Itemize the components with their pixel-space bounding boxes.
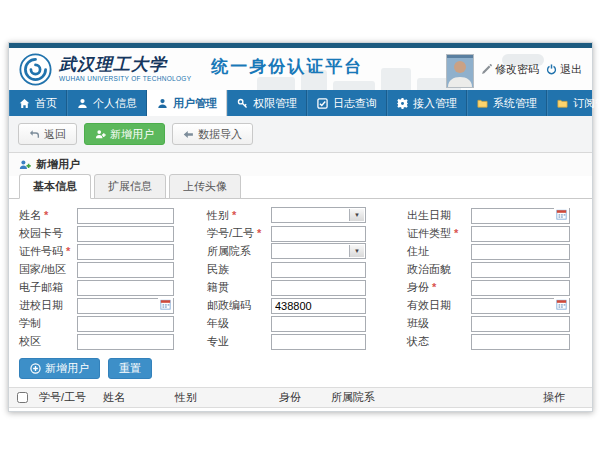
table-header-gender: 性别 — [171, 390, 275, 405]
form-row: 国家/地区民族政治面貌 — [9, 260, 592, 278]
id-type-input[interactable] — [471, 226, 570, 242]
log-icon — [317, 98, 328, 109]
back-icon — [29, 129, 40, 140]
logout-link[interactable]: 退出 — [546, 62, 582, 77]
field-label-country-region: 国家/地区 — [19, 262, 77, 277]
main-nav: 首页个人信息用户管理权限管理日志查询接入管理系统管理订阅管理 — [9, 90, 592, 116]
header-right: 修改密码 退出 — [446, 51, 582, 88]
dropdown-arrow-icon[interactable]: ▼ — [349, 209, 364, 221]
id-number-input[interactable] — [77, 244, 174, 260]
form-field-major: 专业 — [207, 332, 407, 350]
form-field-valid-date: 有效日期 — [407, 296, 587, 314]
form-row: 校园卡号学号/工号*证件类型* — [9, 224, 592, 242]
user-avatar[interactable] — [446, 54, 474, 88]
tab-extended-info[interactable]: 扩展信息 — [94, 174, 166, 199]
country-region-input[interactable] — [77, 262, 174, 278]
field-label-name: 姓名* — [19, 208, 77, 223]
form-field-ethnicity: 民族 — [207, 260, 407, 278]
field-label-gender: 性别* — [207, 208, 271, 223]
campus-input[interactable] — [77, 334, 174, 350]
nav-item-label: 日志查询 — [333, 96, 377, 111]
major-input[interactable] — [271, 334, 366, 350]
campus-card-number-input[interactable] — [77, 226, 174, 242]
form-field-birth-date: 出生日期 — [407, 206, 587, 224]
table-header-identity: 身份 — [275, 390, 327, 405]
field-label-address: 住址 — [407, 244, 471, 259]
nav-item-subscription-management[interactable]: 订阅管理 — [547, 90, 600, 116]
table-header-name: 姓名 — [99, 390, 171, 405]
nav-item-system-management[interactable]: 系统管理 — [467, 90, 547, 116]
add-user-icon — [95, 129, 106, 140]
tab-upload-avatar[interactable]: 上传头像 — [169, 174, 241, 199]
political-status-input[interactable] — [471, 262, 570, 278]
change-password-label: 修改密码 — [495, 62, 539, 77]
form-field-admission-date: 进校日期 — [19, 296, 207, 314]
postal-code-input[interactable] — [271, 298, 366, 314]
grade-input[interactable] — [271, 316, 366, 332]
folder-icon — [477, 98, 488, 109]
change-password-link[interactable]: 修改密码 — [481, 62, 539, 77]
field-label-class: 班级 — [407, 316, 471, 331]
calendar-icon[interactable] — [554, 207, 569, 221]
university-logo — [19, 53, 52, 86]
power-icon — [546, 64, 557, 75]
nav-item-label: 权限管理 — [253, 96, 297, 111]
table-empty-body — [9, 408, 592, 411]
add-user-toolbar-label: 新增用户 — [110, 129, 154, 140]
department-select[interactable]: ▼ — [271, 243, 366, 259]
gender-select[interactable]: ▼ — [271, 207, 366, 223]
tab-bar: 基本信息扩展信息上传头像 — [9, 176, 592, 199]
nav-item-profile[interactable]: 个人信息 — [67, 90, 147, 116]
form-actions: 新增用户 重置 — [9, 351, 592, 387]
address-input[interactable] — [471, 244, 570, 260]
university-name: 武汉理工大学 — [59, 56, 191, 73]
email-input[interactable] — [77, 280, 174, 296]
field-label-birth-date: 出生日期 — [407, 208, 471, 223]
back-button[interactable]: 返回 — [18, 123, 77, 145]
class-input[interactable] — [471, 316, 570, 332]
form-field-id-type: 证件类型* — [407, 224, 587, 242]
student-or-staff-id-input[interactable] — [271, 226, 366, 242]
field-label-department: 所属院系 — [207, 244, 271, 259]
plus-circle-icon — [30, 363, 41, 374]
field-label-native-place: 籍贯 — [207, 280, 271, 295]
form-field-id-number: 证件号码* — [19, 242, 207, 260]
table-header-student-or-staff-id: 学号/工号 — [35, 390, 99, 405]
pencil-icon — [481, 64, 492, 75]
required-asterisk: * — [454, 227, 458, 239]
user-icon — [77, 98, 88, 109]
native-place-input[interactable] — [271, 280, 366, 296]
schooling-length-input[interactable] — [77, 316, 174, 332]
ethnicity-input[interactable] — [271, 262, 366, 278]
field-label-postal-code: 邮政编码 — [207, 298, 271, 313]
reset-button-label: 重置 — [119, 363, 141, 374]
field-label-status: 状态 — [407, 334, 471, 349]
field-label-political-status: 政治面貌 — [407, 262, 471, 277]
name-input[interactable] — [77, 208, 174, 224]
select-all-checkbox[interactable] — [17, 392, 28, 403]
form-row: 电子邮箱籍贯身份* — [9, 278, 592, 296]
nav-item-access-management[interactable]: 接入管理 — [387, 90, 467, 116]
form-row: 进校日期邮政编码有效日期 — [9, 296, 592, 314]
identity-input[interactable] — [471, 280, 570, 296]
toolbar: 返回 新增用户 数据导入 — [9, 116, 592, 152]
calendar-icon[interactable] — [158, 297, 173, 311]
tab-basic-info[interactable]: 基本信息 — [19, 174, 91, 199]
form-row: 学制年级班级 — [9, 314, 592, 332]
field-label-student-or-staff-id: 学号/工号* — [207, 226, 271, 241]
status-input[interactable] — [471, 334, 570, 350]
field-label-campus-card-number: 校园卡号 — [19, 226, 77, 241]
add-user-button-toolbar[interactable]: 新增用户 — [84, 123, 165, 145]
form-field-department: 所属院系▼ — [207, 243, 407, 259]
nav-item-permission-management[interactable]: 权限管理 — [227, 90, 307, 116]
nav-item-log-query[interactable]: 日志查询 — [307, 90, 387, 116]
header: 武汉理工大学 WUHAN UNIVERSITY OF TECHNOLOGY 统一… — [9, 48, 592, 90]
platform-title: 统一身份认证平台 — [211, 55, 363, 83]
dropdown-arrow-icon[interactable]: ▼ — [349, 245, 364, 257]
nav-item-user-management[interactable]: 用户管理 — [147, 90, 227, 116]
add-user-submit-button[interactable]: 新增用户 — [19, 358, 100, 379]
reset-button[interactable]: 重置 — [108, 358, 152, 379]
data-import-button[interactable]: 数据导入 — [172, 123, 253, 145]
nav-item-home[interactable]: 首页 — [9, 90, 67, 116]
calendar-icon[interactable] — [554, 297, 569, 311]
